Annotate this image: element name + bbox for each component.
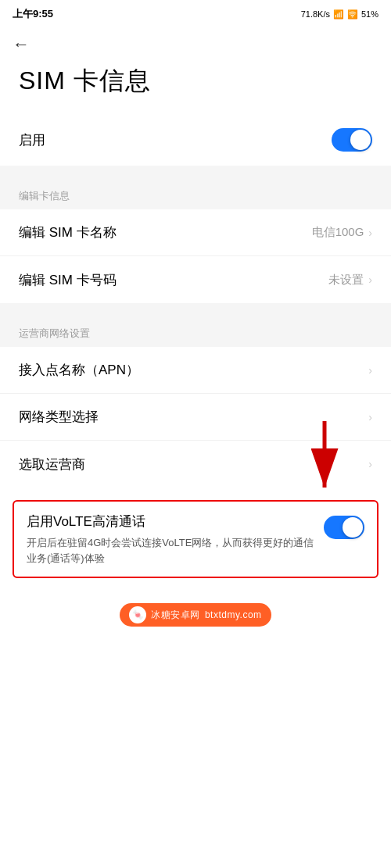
red-arrow-annotation xyxy=(297,417,352,495)
volte-toggle-container xyxy=(324,516,364,539)
carrier-select-value: › xyxy=(368,458,372,470)
chevron-icon: › xyxy=(368,227,372,239)
enable-row: 启用 xyxy=(0,114,391,166)
volte-section: 启用VoLTE高清通话 开启后在驻留4G时会尝试连接VoLTE网络，从而获得更好… xyxy=(13,500,378,578)
network-type-label: 网络类型选择 xyxy=(19,408,99,426)
watermark-icon: 🍬 xyxy=(129,606,146,623)
page-title: SIM 卡信息 xyxy=(0,58,391,114)
wifi-icon: 🛜 xyxy=(347,9,358,20)
enable-toggle[interactable] xyxy=(332,128,372,152)
edit-sim-name-label: 编辑 SIM 卡名称 xyxy=(19,223,117,241)
status-bar: 上午9:55 71.8K/s 📶 🛜 51% xyxy=(0,0,391,25)
sim-name-text: 电信100G xyxy=(312,225,364,240)
volte-toggle[interactable] xyxy=(324,516,364,539)
back-button[interactable]: ← xyxy=(0,25,42,58)
chevron-icon-4: › xyxy=(368,411,372,423)
chevron-icon-2: › xyxy=(368,273,372,286)
watermark-site: btxtdmy.com xyxy=(205,609,262,620)
status-icons: 71.8K/s 📶 🛜 51% xyxy=(301,9,378,20)
divider-2 xyxy=(0,303,391,311)
edit-sim-number-label: 编辑 SIM 卡号码 xyxy=(19,271,117,289)
volte-toggle-knob xyxy=(343,517,363,538)
network-type-value: › xyxy=(368,411,372,423)
battery-icon: 51% xyxy=(361,9,378,19)
enable-label: 启用 xyxy=(19,131,45,149)
carrier-select-label: 选取运营商 xyxy=(19,455,85,473)
divider-1 xyxy=(0,166,391,173)
apn-label: 接入点名称（APN） xyxy=(19,361,139,379)
signal-icon: 📶 xyxy=(333,9,344,20)
watermark-badge: 🍬 冰糖安卓网 btxtdmy.com xyxy=(120,603,271,627)
sim-number-text: 未设置 xyxy=(328,273,364,288)
edit-sim-number-row[interactable]: 编辑 SIM 卡号码 未设置 › xyxy=(0,256,391,303)
apn-row[interactable]: 接入点名称（APN） › xyxy=(0,347,391,394)
edit-card-section-label: 编辑卡信息 xyxy=(0,173,391,209)
volte-content: 启用VoLTE高清通话 开启后在驻留4G时会尝试连接VoLTE网络，从而获得更好… xyxy=(27,513,314,566)
edit-sim-name-row[interactable]: 编辑 SIM 卡名称 电信100G › xyxy=(0,209,391,256)
speed-indicator: 71.8K/s xyxy=(301,9,330,19)
edit-sim-number-value: 未设置 › xyxy=(328,273,372,288)
network-section-label: 运营商网络设置 xyxy=(0,311,391,347)
edit-sim-name-value: 电信100G › xyxy=(312,225,372,240)
status-time: 上午9:55 xyxy=(13,7,53,21)
watermark-text: 冰糖安卓网 xyxy=(151,609,200,622)
chevron-icon-3: › xyxy=(368,364,372,377)
edit-card-section: 编辑卡信息 编辑 SIM 卡名称 电信100G › 编辑 SIM 卡号码 未设置… xyxy=(0,173,391,303)
volte-desc: 开启后在驻留4G时会尝试连接VoLTE网络，从而获得更好的通信业务(通话等)体验 xyxy=(27,535,314,566)
chevron-icon-5: › xyxy=(368,458,372,470)
toggle-knob xyxy=(350,130,371,150)
volte-title: 启用VoLTE高清通话 xyxy=(27,513,314,530)
watermark: 🍬 冰糖安卓网 btxtdmy.com xyxy=(0,591,391,633)
enable-section: 启用 xyxy=(0,114,391,166)
apn-value: › xyxy=(368,364,372,377)
